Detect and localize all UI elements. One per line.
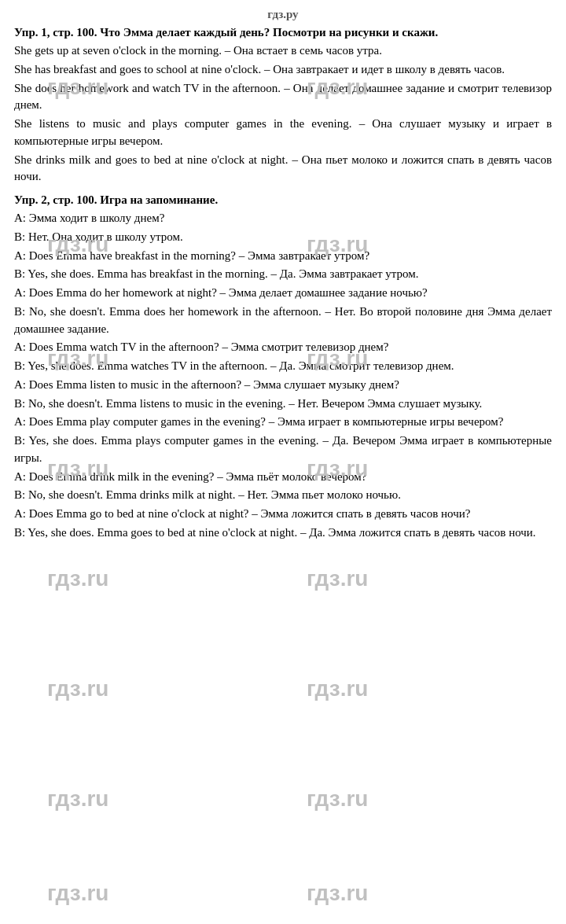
exercise2-line-7: B: Yes, she does. Emma watches TV in the… (14, 358, 552, 375)
exercise2-content: А: Эмма ходит в школу днем?В: Нет. Она х… (14, 210, 552, 542)
watermark-10: гдз.ru (47, 676, 108, 701)
exercise2-line-2: A: Does Emma have breakfast in the morni… (14, 248, 552, 265)
exercise2-line-0: А: Эмма ходит в школу днем? (14, 210, 552, 227)
exercise1-title: Упр. 1, стр. 100. Что Эмма делает каждый… (14, 26, 552, 39)
exercise2-line-6: A: Does Emma watch TV in the afternoon? … (14, 339, 552, 356)
watermark-14: гдз.ru (47, 881, 108, 906)
exercise2-line-8: A: Does Emma listen to music in the afte… (14, 377, 552, 394)
watermark-15: гдз.ru (307, 881, 368, 906)
exercise2-title-text: Упр. 2, стр. 100. Игра на запоминание. (14, 193, 218, 206)
site-title: гдз.ру (267, 8, 298, 20)
page: гдз.ру Упр. 1, стр. 100. Что Эмма делает… (0, 0, 566, 559)
exercise1-content: She gets up at seven o'clock in the morn… (14, 42, 552, 186)
exercise1-title-text: Упр. 1, стр. 100. Что Эмма делает каждый… (14, 26, 438, 39)
exercise2-line-15: B: Yes, she does. Emma goes to bed at ni… (14, 525, 552, 542)
watermark-11: гдз.ru (307, 676, 368, 701)
exercise1-line-2: She does her homework and watch TV in th… (14, 80, 552, 115)
exercise2-line-12: A: Does Emma drink milk in the evening? … (14, 469, 552, 486)
exercise2-title: Упр. 2, стр. 100. Игра на запоминание. (14, 193, 552, 207)
exercise1-line-4: She drinks milk and goes to bed at nine … (14, 152, 552, 186)
exercise2-line-4: A: Does Emma do her homework at night? –… (14, 285, 552, 302)
watermark-9: гдз.ru (307, 566, 368, 591)
exercise2-line-9: B: No, she doesn't. Emma listens to musi… (14, 396, 552, 413)
exercise2-line-10: A: Does Emma play computer games in the … (14, 414, 552, 431)
watermark-13: гдз.ru (307, 786, 368, 812)
site-header: гдз.ру (14, 8, 552, 21)
exercise2-line-11: B: Yes, she does. Emma plays computer ga… (14, 433, 552, 467)
exercise2-line-5: B: No, she doesn't. Emma does her homewo… (14, 304, 552, 338)
watermark-8: гдз.ru (47, 566, 108, 591)
exercise1-line-0: She gets up at seven o'clock in the morn… (14, 42, 552, 60)
exercise2-line-13: B: No, she doesn't. Emma drinks milk at … (14, 487, 552, 504)
exercise2-line-1: В: Нет. Она ходит в школу утром. (14, 229, 552, 246)
exercise1-line-1: She has breakfast and goes to school at … (14, 61, 552, 79)
exercise2-line-14: A: Does Emma go to bed at nine o'clock a… (14, 506, 552, 523)
exercise2-line-3: B: Yes, she does. Emma has breakfast in … (14, 266, 552, 283)
watermark-12: гдз.ru (47, 786, 108, 812)
exercise1-line-3: She listens to music and plays computer … (14, 116, 552, 150)
